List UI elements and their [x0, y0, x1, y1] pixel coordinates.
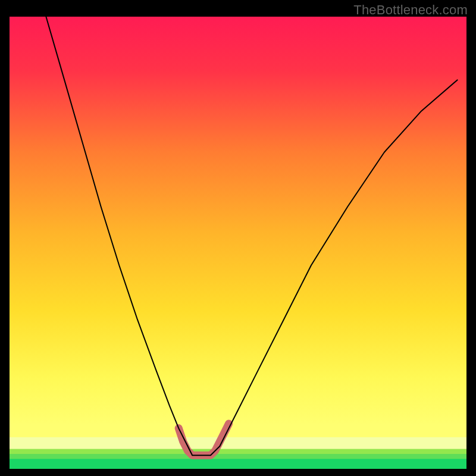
svg-rect-4: [10, 459, 466, 469]
chart-svg: [10, 17, 466, 469]
chart-frame: [10, 17, 466, 469]
gradient-bg: [10, 17, 466, 469]
bottom-bands: [10, 424, 466, 469]
watermark: TheBottleneck.com: [353, 2, 468, 18]
